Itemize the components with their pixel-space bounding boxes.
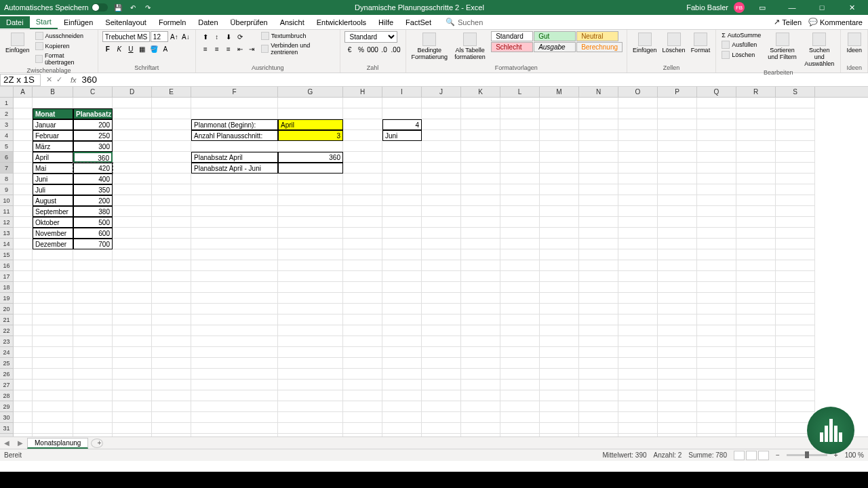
cell-A22[interactable] [14,325,33,336]
cell-R17[interactable] [736,271,776,282]
cell-H18[interactable] [343,282,382,293]
cell-A8[interactable] [14,174,33,184]
cell-I31[interactable] [382,423,422,434]
cell-L11[interactable] [500,206,540,217]
cell-A20[interactable] [14,304,33,314]
cell-R7[interactable] [736,163,776,174]
cell-I8[interactable] [382,174,422,184]
cell-A26[interactable] [14,369,33,380]
cell-H1[interactable] [343,98,382,108]
cell-O21[interactable] [618,314,658,325]
cell-O15[interactable] [618,249,658,260]
cell-K19[interactable] [461,293,500,304]
cell-R20[interactable] [736,304,776,314]
cell-H29[interactable] [343,401,382,412]
col-header-R[interactable]: R [736,87,776,97]
cell-A10[interactable] [14,195,33,206]
cell-M31[interactable] [540,423,579,434]
cell-N9[interactable] [579,184,618,195]
cell-C31[interactable] [73,423,113,434]
cell-C1[interactable] [73,98,113,108]
cell-H5[interactable] [343,141,382,152]
cell-Q18[interactable] [697,282,736,293]
cell-Q20[interactable] [697,304,736,314]
orientation-button[interactable]: ⟳ [235,31,245,42]
cell-B28[interactable] [33,390,73,401]
cell-A32[interactable] [14,434,33,436]
col-header-K[interactable]: K [461,87,500,97]
cell-Q21[interactable] [697,314,736,325]
cell-Q4[interactable] [697,130,736,141]
row-header-32[interactable]: 32 [0,434,14,436]
cell-C16[interactable] [73,260,113,271]
zoom-slider[interactable] [787,454,827,456]
row-header-11[interactable]: 11 [0,206,14,217]
cell-D2[interactable] [113,108,152,119]
col-header-S[interactable]: S [776,87,815,97]
cell-B25[interactable] [33,358,73,369]
menu-factset[interactable]: FactSet [399,16,437,28]
cell-N25[interactable] [579,358,618,369]
cell-M23[interactable] [540,336,579,347]
cell-L32[interactable] [500,434,540,436]
cell-G6[interactable]: 360 [278,152,343,163]
cell-D11[interactable] [113,206,152,217]
cell-C27[interactable] [73,380,113,390]
cell-L30[interactable] [500,412,540,423]
number-format-select[interactable]: Standard [344,31,397,43]
cell-R12[interactable] [736,217,776,228]
format-cells-button[interactable]: Format [690,31,712,55]
cell-L27[interactable] [500,380,540,390]
cell-M19[interactable] [540,293,579,304]
col-header-A[interactable]: A [14,87,33,97]
cell-P29[interactable] [658,401,697,412]
cell-C4[interactable]: 250 [73,130,113,141]
cut-button[interactable]: Ausschneiden [34,31,94,41]
align-left-button[interactable]: ≡ [200,43,211,54]
col-header-E[interactable]: E [152,87,191,97]
cell-M7[interactable] [540,163,579,174]
cell-S27[interactable] [776,380,815,390]
cell-L18[interactable] [500,282,540,293]
cell-P25[interactable] [658,358,697,369]
cell-H26[interactable] [343,369,382,380]
cell-O25[interactable] [618,358,658,369]
cell-M2[interactable] [540,108,579,119]
cell-B9[interactable]: Juli [33,184,73,195]
accept-formula-icon[interactable]: ✓ [56,75,62,84]
cell-J6[interactable] [422,152,461,163]
cell-P10[interactable] [658,195,697,206]
cell-A2[interactable] [14,108,33,119]
cell-R32[interactable] [736,434,776,436]
row-header-2[interactable]: 2 [0,108,14,119]
cell-E21[interactable] [152,314,191,325]
row-header-16[interactable]: 16 [0,260,14,271]
cell-S12[interactable] [776,217,815,228]
cell-J8[interactable] [422,174,461,184]
cell-K6[interactable] [461,152,500,163]
cell-P13[interactable] [658,228,697,239]
cell-J9[interactable] [422,184,461,195]
save-icon[interactable]: 💾 [113,3,123,12]
row-header-28[interactable]: 28 [0,390,14,401]
cell-I18[interactable] [382,282,422,293]
row-header-13[interactable]: 13 [0,228,14,239]
cell-C32[interactable] [73,434,113,436]
row-header-18[interactable]: 18 [0,282,14,293]
cell-S13[interactable] [776,228,815,239]
cell-C15[interactable] [73,249,113,260]
row-header-27[interactable]: 27 [0,380,14,390]
cell-J2[interactable] [422,108,461,119]
cell-B15[interactable] [33,249,73,260]
row-header-14[interactable]: 14 [0,239,14,249]
cell-K28[interactable] [461,390,500,401]
cell-E29[interactable] [152,401,191,412]
cell-E4[interactable] [152,130,191,141]
cell-A17[interactable] [14,271,33,282]
cell-R29[interactable] [736,401,776,412]
cell-I32[interactable] [382,434,422,436]
cell-F9[interactable] [191,184,278,195]
cell-M24[interactable] [540,347,579,358]
cell-A23[interactable] [14,336,33,347]
cell-G21[interactable] [278,314,343,325]
